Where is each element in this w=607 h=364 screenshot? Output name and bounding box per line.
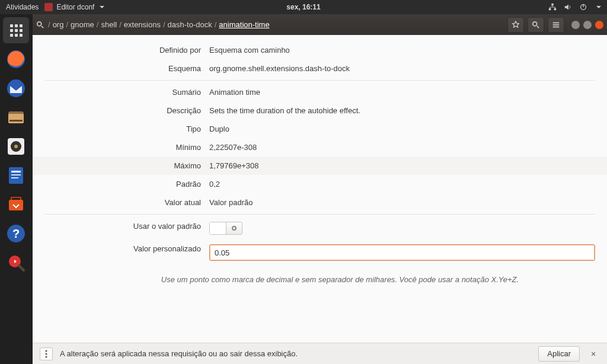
infobar-message: A alteração será aplicada nessa requisiç… [60, 349, 298, 358]
schema-value: org.gnome.shell.extensions.dash-to-dock [209, 64, 595, 73]
breadcrumb-seg-current[interactable]: animation-time [219, 20, 269, 29]
svg-rect-14 [11, 171, 21, 173]
divider [44, 80, 595, 81]
apply-button[interactable]: Aplicar [538, 346, 580, 362]
hint-text: Use um ponto como marca de decimal e sem… [85, 275, 595, 284]
use-default-label: Usar o valor padrão [85, 222, 209, 231]
search-icon[interactable] [36, 21, 44, 29]
system-indicators[interactable] [548, 3, 601, 11]
svg-line-23 [41, 25, 44, 28]
network-icon [548, 3, 557, 11]
current-value-label: Valor atual [85, 198, 209, 207]
infobar: A alteração será aplicada nessa requisiç… [33, 343, 607, 364]
show-apps-button[interactable] [3, 17, 29, 43]
content-area: Definido por Esquema com caminho Esquema… [33, 35, 607, 343]
breadcrumb-seg[interactable]: org [53, 20, 64, 29]
description-label: Descrição [85, 106, 209, 115]
app-menu[interactable]: Editor dconf [44, 3, 104, 11]
app-name-label: Editor dconf [56, 3, 94, 11]
toggle-off-indicator [232, 226, 237, 231]
svg-point-30 [46, 353, 47, 355]
dock: ? [0, 14, 33, 364]
top-panel: Atividades Editor dconf sex, 16:11 [0, 0, 607, 14]
svg-rect-27 [553, 24, 560, 25]
breadcrumb-seg[interactable]: shell [101, 20, 117, 29]
dock-thunderbird[interactable] [3, 75, 29, 101]
type-value: Duplo [209, 124, 595, 133]
svg-point-22 [37, 21, 41, 25]
svg-rect-17 [9, 200, 23, 210]
app-icon [44, 3, 53, 11]
default-value: 0,2 [209, 180, 595, 189]
dock-rhythmbox[interactable] [3, 133, 29, 159]
svg-rect-26 [553, 22, 560, 23]
svg-rect-0 [551, 4, 554, 6]
use-default-toggle[interactable] [209, 222, 242, 235]
svg-point-29 [46, 350, 47, 352]
svg-rect-28 [553, 26, 560, 27]
default-label: Padrão [85, 180, 209, 189]
custom-value-input[interactable] [209, 244, 595, 261]
svg-rect-2 [554, 8, 557, 11]
breadcrumb-seg[interactable]: extensions [124, 20, 161, 29]
svg-point-12 [14, 145, 18, 148]
svg-line-21 [19, 266, 24, 270]
maximum-value: 1,79769e+308 [209, 161, 595, 170]
summary-label: Sumário [85, 88, 209, 97]
window-minimize[interactable] [571, 21, 580, 29]
maximum-label: Máximo [85, 161, 209, 170]
dconf-window: / org / gnome / shell / extensions / das… [33, 14, 607, 364]
breadcrumb-seg[interactable]: dash-to-dock [168, 20, 212, 29]
dock-dconf-editor[interactable] [3, 250, 29, 276]
svg-point-6 [7, 79, 25, 97]
schema-label: Esquema [85, 64, 209, 73]
summary-value: Animation time [209, 88, 595, 97]
dock-help[interactable]: ? [3, 221, 29, 247]
power-icon [579, 3, 587, 11]
svg-rect-9 [9, 120, 23, 122]
minimum-value: 2,22507e-308 [209, 143, 595, 152]
breadcrumb-seg[interactable]: gnome [71, 20, 94, 29]
svg-point-31 [46, 356, 47, 357]
panel-clock[interactable]: sex, 16:11 [286, 3, 320, 11]
breadcrumb: / org / gnome / shell / extensions / das… [36, 20, 504, 29]
current-value: Valor padrão [209, 198, 595, 207]
svg-rect-8 [8, 114, 24, 123]
chevron-down-icon [596, 6, 601, 8]
svg-point-24 [533, 21, 537, 25]
svg-rect-16 [11, 177, 18, 178]
dismiss-button[interactable]: × [587, 349, 600, 359]
defined-by-value: Esquema com caminho [209, 46, 595, 55]
divider [44, 214, 595, 215]
dock-firefox[interactable] [3, 46, 29, 72]
minimum-label: Mínimo [85, 143, 209, 152]
activities-button[interactable]: Atividades [6, 3, 39, 11]
dock-writer[interactable] [3, 162, 29, 189]
bookmark-button[interactable] [507, 17, 524, 33]
window-maximize[interactable] [583, 21, 592, 29]
volume-icon [564, 3, 572, 11]
defined-by-label: Definido por [85, 46, 209, 55]
description-value: Sets the time duration of the autohide e… [209, 106, 595, 115]
hamburger-menu[interactable] [548, 17, 564, 33]
dock-files[interactable] [3, 104, 29, 130]
svg-text:?: ? [12, 227, 20, 240]
svg-line-25 [537, 25, 539, 28]
custom-value-label: Valor personalizado [85, 244, 209, 253]
window-close[interactable] [595, 21, 603, 29]
chevron-down-icon [100, 6, 104, 8]
info-icon[interactable] [40, 347, 53, 360]
svg-rect-1 [549, 8, 551, 11]
svg-rect-15 [11, 174, 21, 175]
search-button[interactable] [528, 17, 544, 33]
dock-software[interactable] [3, 191, 29, 218]
titlebar: / org / gnome / shell / extensions / das… [33, 14, 607, 35]
type-label: Tipo [85, 124, 209, 133]
